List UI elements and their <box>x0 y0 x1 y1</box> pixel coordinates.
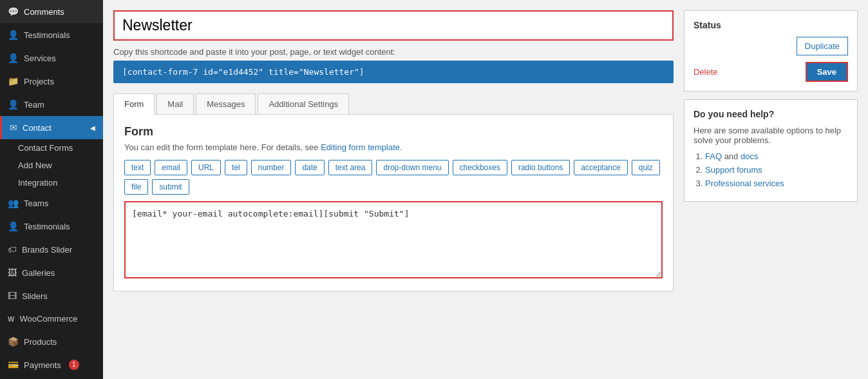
main-inner: Copy this shortcode and paste it into yo… <box>113 10 858 291</box>
and-text: and <box>724 151 741 161</box>
status-duplicate-row: Duplicate <box>693 37 848 55</box>
help-links-list: FAQ and docs Support forums Professional… <box>693 151 848 188</box>
tab-additional-settings[interactable]: Additional Settings <box>258 93 349 114</box>
sidebar-item-label: Sliders <box>22 291 48 301</box>
field-btn-dropdown[interactable]: drop-down menu <box>376 160 448 175</box>
sidebar-item-label: Services <box>24 53 56 63</box>
content-area: Copy this shortcode and paste it into yo… <box>113 10 674 291</box>
help-list-item-3: Professional services <box>705 179 848 188</box>
comments-icon: 💬 <box>8 6 19 17</box>
sidebar-item-sliders[interactable]: 🎞 Sliders <box>0 284 103 307</box>
field-btn-checkboxes[interactable]: checkboxes <box>453 160 507 175</box>
form-panel-desc: You can edit the form template here. For… <box>124 142 663 152</box>
add-new-label: Add New <box>18 160 52 170</box>
sidebar-item-team[interactable]: 👤 Team <box>0 93 103 116</box>
sidebar-item-contact[interactable]: ✉ Contact ◀ <box>0 116 103 139</box>
save-button[interactable]: Save <box>806 62 848 82</box>
sidebar-sub-add-new[interactable]: Add New <box>0 157 103 174</box>
field-btn-number[interactable]: number <box>251 160 292 175</box>
right-sidebar: Status Duplicate Delete Save Do you need… <box>684 10 858 291</box>
sidebar-item-testimonials[interactable]: 👤 Testimonials <box>0 23 103 46</box>
form-panel-title: Form <box>124 125 663 139</box>
sidebar-item-label: WooCommerce <box>19 314 77 324</box>
projects-icon: 📁 <box>8 76 19 86</box>
help-list-item-1: FAQ and docs <box>705 151 848 161</box>
field-btn-text[interactable]: text <box>124 160 151 175</box>
sidebar-item-label: Testimonials <box>24 30 70 40</box>
brands-slider-icon: 🏷 <box>8 244 17 255</box>
faq-link[interactable]: FAQ <box>705 151 722 161</box>
sidebar-item-label: Comments <box>24 7 64 17</box>
field-btn-date[interactable]: date <box>295 160 324 175</box>
galleries-icon: 🖼 <box>8 267 17 278</box>
testimonials2-icon: 👤 <box>8 221 19 231</box>
sidebar-item-label: Payments <box>24 360 61 370</box>
field-btn-url[interactable]: URL <box>191 160 221 175</box>
sidebar-item-brands-slider[interactable]: 🏷 Brands Slider <box>0 238 103 261</box>
help-box: Do you need help? Here are some availabl… <box>684 99 858 202</box>
sidebar-item-galleries[interactable]: 🖼 Galleries <box>0 261 103 284</box>
sidebar-item-label: Contact <box>23 123 52 133</box>
shortcode-value: [contact-form-7 id="e1d4452" title="News… <box>113 61 674 83</box>
sidebar-item-payments[interactable]: 💳 Payments 1 <box>0 353 103 376</box>
tab-messages[interactable]: Messages <box>196 93 256 114</box>
field-btn-textarea[interactable]: text area <box>328 160 373 175</box>
services-icon: 👤 <box>8 53 19 63</box>
sidebar-item-label: Team <box>24 100 44 110</box>
help-title: Do you need help? <box>693 109 848 119</box>
form-desc-text: You can edit the form template here. For… <box>124 142 319 152</box>
sidebar-item-label: Products <box>24 337 57 347</box>
form-panel: Form You can edit the form template here… <box>113 115 674 291</box>
sidebar-item-label: Galleries <box>22 268 55 278</box>
field-btn-acceptance[interactable]: acceptance <box>574 160 627 175</box>
teams-icon: 👥 <box>8 198 19 208</box>
sidebar-item-services[interactable]: 👤 Services <box>0 46 103 70</box>
form-code-textarea[interactable]: [email* your-email autocomplete:email][s… <box>124 201 663 278</box>
sidebar-item-label: Teams <box>24 199 48 208</box>
field-btn-file[interactable]: file <box>124 179 148 195</box>
sidebar-item-label: Testimonials <box>24 222 70 231</box>
help-description: Here are some available options to help … <box>693 126 848 145</box>
help-list-item-2: Support forums <box>705 165 848 175</box>
sidebar-item-comments[interactable]: 💬 Comments <box>0 0 103 23</box>
tab-form[interactable]: Form <box>113 93 155 115</box>
products-icon: 📦 <box>8 336 19 347</box>
payments-icon: 💳 <box>8 360 19 370</box>
sidebar-item-projects[interactable]: 📁 Projects <box>0 70 103 93</box>
sidebar-item-label: Projects <box>24 77 54 86</box>
field-buttons-container: text email URL tel number date text area… <box>124 160 663 195</box>
support-forums-link[interactable]: Support forums <box>705 165 762 175</box>
form-desc-suffix: . <box>400 142 402 152</box>
field-btn-submit[interactable]: submit <box>152 179 189 195</box>
editing-form-template-link[interactable]: Editing form template <box>321 142 400 152</box>
delete-link[interactable]: Delete <box>693 67 718 77</box>
sidebar-sub-contact-forms[interactable]: Contact Forms <box>0 139 103 157</box>
tab-mail[interactable]: Mail <box>156 93 194 114</box>
professional-services-link[interactable]: Professional services <box>705 179 784 188</box>
sidebar-item-label: Brands Slider <box>22 245 72 255</box>
status-title: Status <box>693 20 848 30</box>
form-title-input[interactable] <box>113 10 674 41</box>
sidebar-item-teams[interactable]: 👥 Teams <box>0 191 103 215</box>
contact-icon: ✉ <box>10 122 17 133</box>
main-content: Copy this shortcode and paste it into yo… <box>103 0 868 379</box>
field-btn-email[interactable]: email <box>155 160 187 175</box>
contact-forms-label: Contact Forms <box>18 143 73 153</box>
payments-badge: 1 <box>69 360 79 370</box>
docs-link[interactable]: docs <box>741 151 758 161</box>
sidebar-sub-integration[interactable]: Integration <box>0 174 103 191</box>
shortcode-label: Copy this shortcode and paste it into yo… <box>113 47 674 57</box>
field-btn-quiz[interactable]: quiz <box>632 160 660 175</box>
sidebar-item-woocommerce[interactable]: W WooCommerce <box>0 307 103 330</box>
testimonials-icon: 👤 <box>8 30 19 40</box>
form-tabs: Form Mail Messages Additional Settings <box>113 93 674 115</box>
delete-save-row: Delete Save <box>693 62 848 82</box>
field-btn-radio[interactable]: radio buttons <box>511 160 570 175</box>
team-icon: 👤 <box>8 99 19 110</box>
field-btn-tel[interactable]: tel <box>225 160 247 175</box>
sidebar-item-products[interactable]: 📦 Products <box>0 330 103 353</box>
sidebar-item-testimonials2[interactable]: 👤 Testimonials <box>0 215 103 238</box>
duplicate-button[interactable]: Duplicate <box>797 37 848 55</box>
woocommerce-icon: W <box>8 315 14 323</box>
status-box: Status Duplicate Delete Save <box>684 10 858 92</box>
